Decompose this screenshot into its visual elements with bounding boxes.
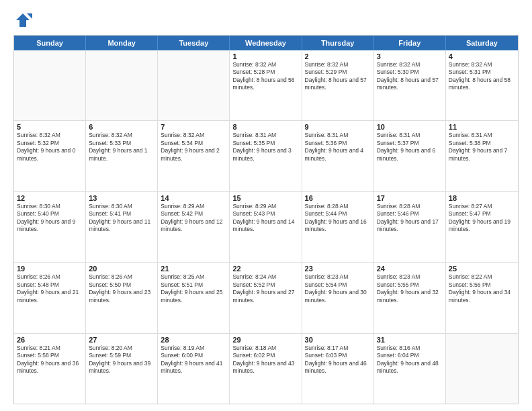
header-day-wednesday: Wednesday [230,36,302,50]
calendar-cell-2-6: 18Sunrise: 8:27 AMSunset: 5:47 PMDayligh… [446,192,518,262]
logo [13,11,35,30]
calendar-cell-4-5: 31Sunrise: 8:16 AMSunset: 6:04 PMDayligh… [374,334,446,404]
cell-info: Sunrise: 8:23 AMSunset: 5:54 PMDaylight:… [305,273,371,304]
calendar-cell-3-0: 19Sunrise: 8:26 AMSunset: 5:48 PMDayligh… [14,263,86,332]
calendar-cell-2-3: 15Sunrise: 8:29 AMSunset: 5:43 PMDayligh… [230,192,302,262]
calendar-cell-1-2: 7Sunrise: 8:32 AMSunset: 5:34 PMDaylight… [158,121,230,191]
calendar-cell-1-1: 6Sunrise: 8:32 AMSunset: 5:33 PMDaylight… [86,121,158,191]
calendar-cell-4-4: 30Sunrise: 8:17 AMSunset: 6:03 PMDayligh… [302,334,374,404]
day-number: 5 [17,123,83,131]
calendar-cell-0-3: 1Sunrise: 8:32 AMSunset: 5:28 PMDaylight… [230,50,302,120]
cell-info: Sunrise: 8:26 AMSunset: 5:50 PMDaylight:… [89,273,154,304]
cell-info: Sunrise: 8:32 AMSunset: 5:32 PMDaylight:… [17,132,83,163]
header-day-saturday: Saturday [446,36,518,50]
cell-info: Sunrise: 8:22 AMSunset: 5:56 PMDaylight:… [449,273,515,304]
cell-info: Sunrise: 8:31 AMSunset: 5:35 PMDaylight:… [232,132,298,163]
calendar-cell-4-1: 27Sunrise: 8:20 AMSunset: 5:59 PMDayligh… [86,334,158,404]
calendar-cell-1-0: 5Sunrise: 8:32 AMSunset: 5:32 PMDaylight… [14,121,86,191]
cell-info: Sunrise: 8:32 AMSunset: 5:33 PMDaylight:… [89,132,154,163]
day-number: 29 [232,336,298,344]
cell-info: Sunrise: 8:16 AMSunset: 6:04 PMDaylight:… [377,345,443,375]
calendar-cell-3-5: 24Sunrise: 8:23 AMSunset: 5:55 PMDayligh… [374,263,446,332]
day-number: 18 [449,194,515,202]
page: SundayMondayTuesdayWednesdayThursdayFrid… [0,0,532,411]
calendar-cell-3-3: 22Sunrise: 8:24 AMSunset: 5:52 PMDayligh… [230,263,302,332]
day-number: 24 [377,265,443,273]
calendar-cell-0-0 [14,50,86,120]
cell-info: Sunrise: 8:26 AMSunset: 5:48 PMDaylight:… [17,273,83,304]
calendar-row-2: 12Sunrise: 8:30 AMSunset: 5:40 PMDayligh… [14,192,518,263]
calendar-cell-3-4: 23Sunrise: 8:23 AMSunset: 5:54 PMDayligh… [302,263,374,332]
day-number: 4 [449,52,515,60]
day-number: 20 [89,265,154,273]
day-number: 13 [89,194,154,202]
day-number: 7 [161,123,226,131]
cell-info: Sunrise: 8:17 AMSunset: 6:03 PMDaylight:… [305,345,371,375]
calendar-cell-2-1: 13Sunrise: 8:30 AMSunset: 5:41 PMDayligh… [86,192,158,262]
calendar-cell-1-5: 10Sunrise: 8:31 AMSunset: 5:37 PMDayligh… [374,121,446,191]
day-number: 17 [377,194,443,202]
calendar-cell-1-3: 8Sunrise: 8:31 AMSunset: 5:35 PMDaylight… [230,121,302,191]
day-number: 26 [17,336,83,344]
cell-info: Sunrise: 8:31 AMSunset: 5:37 PMDaylight:… [377,132,443,163]
day-number: 16 [305,194,371,202]
calendar-cell-2-2: 14Sunrise: 8:29 AMSunset: 5:42 PMDayligh… [158,192,230,262]
calendar-cell-0-6: 4Sunrise: 8:32 AMSunset: 5:31 PMDaylight… [446,50,518,120]
calendar-cell-3-1: 20Sunrise: 8:26 AMSunset: 5:50 PMDayligh… [86,263,158,332]
logo-icon [13,11,32,30]
header-day-sunday: Sunday [14,36,86,50]
svg-marker-1 [27,13,32,19]
calendar-cell-2-5: 17Sunrise: 8:28 AMSunset: 5:46 PMDayligh… [374,192,446,262]
calendar-cell-0-5: 3Sunrise: 8:32 AMSunset: 5:30 PMDaylight… [374,50,446,120]
calendar-body: 1Sunrise: 8:32 AMSunset: 5:28 PMDaylight… [14,50,518,404]
day-number: 6 [89,123,154,131]
cell-info: Sunrise: 8:27 AMSunset: 5:47 PMDaylight:… [449,203,515,234]
calendar-row-0: 1Sunrise: 8:32 AMSunset: 5:28 PMDaylight… [14,50,518,121]
calendar-header: SundayMondayTuesdayWednesdayThursdayFrid… [14,36,518,50]
day-number: 22 [232,265,298,273]
day-number: 30 [305,336,371,344]
day-number: 2 [305,52,371,60]
calendar: SundayMondayTuesdayWednesdayThursdayFrid… [13,35,519,404]
calendar-cell-4-0: 26Sunrise: 8:21 AMSunset: 5:58 PMDayligh… [14,334,86,404]
calendar-cell-0-4: 2Sunrise: 8:32 AMSunset: 5:29 PMDaylight… [302,50,374,120]
cell-info: Sunrise: 8:32 AMSunset: 5:31 PMDaylight:… [449,61,515,92]
day-number: 14 [161,194,226,202]
calendar-row-1: 5Sunrise: 8:32 AMSunset: 5:32 PMDaylight… [14,121,518,191]
svg-marker-0 [16,13,30,27]
cell-info: Sunrise: 8:24 AMSunset: 5:52 PMDaylight:… [232,273,298,304]
day-number: 3 [377,52,443,60]
cell-info: Sunrise: 8:18 AMSunset: 6:02 PMDaylight:… [232,345,298,375]
cell-info: Sunrise: 8:30 AMSunset: 5:41 PMDaylight:… [89,203,154,234]
header [13,11,519,30]
cell-info: Sunrise: 8:28 AMSunset: 5:44 PMDaylight:… [305,203,371,234]
cell-info: Sunrise: 8:25 AMSunset: 5:51 PMDaylight:… [161,273,226,304]
header-day-friday: Friday [374,36,446,50]
cell-info: Sunrise: 8:30 AMSunset: 5:40 PMDaylight:… [17,203,83,234]
cell-info: Sunrise: 8:32 AMSunset: 5:34 PMDaylight:… [161,132,226,163]
day-number: 25 [449,265,515,273]
cell-info: Sunrise: 8:20 AMSunset: 5:59 PMDaylight:… [89,345,154,375]
day-number: 21 [161,265,226,273]
day-number: 9 [305,123,371,131]
cell-info: Sunrise: 8:21 AMSunset: 5:58 PMDaylight:… [17,345,83,375]
day-number: 1 [232,52,298,60]
day-number: 10 [377,123,443,131]
day-number: 27 [89,336,154,344]
day-number: 23 [305,265,371,273]
calendar-cell-2-4: 16Sunrise: 8:28 AMSunset: 5:44 PMDayligh… [302,192,374,262]
day-number: 11 [449,123,515,131]
cell-info: Sunrise: 8:28 AMSunset: 5:46 PMDaylight:… [377,203,443,234]
calendar-cell-3-6: 25Sunrise: 8:22 AMSunset: 5:56 PMDayligh… [446,263,518,332]
calendar-cell-4-6 [446,334,518,404]
day-number: 8 [232,123,298,131]
cell-info: Sunrise: 8:29 AMSunset: 5:43 PMDaylight:… [232,203,298,234]
calendar-cell-0-2 [158,50,230,120]
header-day-tuesday: Tuesday [158,36,230,50]
calendar-cell-3-2: 21Sunrise: 8:25 AMSunset: 5:51 PMDayligh… [158,263,230,332]
day-number: 28 [161,336,226,344]
calendar-cell-2-0: 12Sunrise: 8:30 AMSunset: 5:40 PMDayligh… [14,192,86,262]
cell-info: Sunrise: 8:19 AMSunset: 6:00 PMDaylight:… [161,345,226,375]
calendar-cell-4-2: 28Sunrise: 8:19 AMSunset: 6:00 PMDayligh… [158,334,230,404]
cell-info: Sunrise: 8:32 AMSunset: 5:29 PMDaylight:… [305,61,371,92]
